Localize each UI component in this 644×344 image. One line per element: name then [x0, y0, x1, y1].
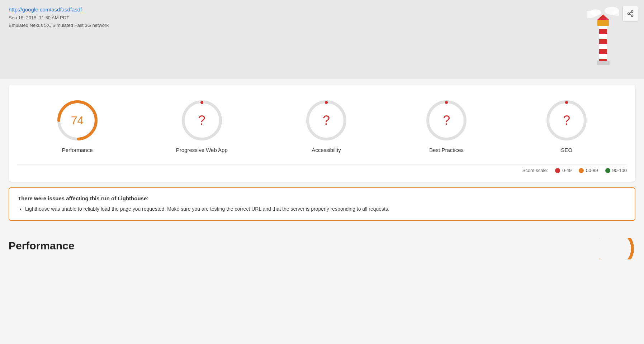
- svg-rect-11: [599, 39, 607, 44]
- score-scale-label: Score scale:: [522, 168, 548, 173]
- svg-rect-14: [597, 20, 609, 26]
- scale-item-green: 90-100: [605, 168, 627, 173]
- performance-section: Performance 74: [0, 229, 644, 259]
- accessibility-score-value: ?: [323, 113, 330, 128]
- score-circle-pwa: ?: [180, 99, 223, 142]
- score-circle-seo: ?: [545, 99, 588, 142]
- pwa-label: Progressive Web App: [176, 147, 228, 153]
- score-circle-accessibility: ?: [305, 99, 348, 142]
- svg-point-25: [600, 238, 633, 259]
- scale-dot-orange: [579, 168, 584, 173]
- header-bar: http://google.com/asdfasdfasdf Sep 18, 2…: [0, 0, 644, 79]
- svg-point-26: [600, 238, 633, 259]
- warning-box: There were issues affecting this run of …: [9, 187, 635, 221]
- svg-point-6: [590, 9, 601, 16]
- accessibility-label: Accessibility: [312, 147, 341, 153]
- performance-score-value: 74: [71, 114, 84, 127]
- score-item-seo: ? SEO: [545, 99, 588, 153]
- best-practices-score-value: ?: [443, 113, 450, 128]
- seo-score-value: ?: [563, 113, 570, 128]
- score-item-pwa: ? Progressive Web App: [176, 99, 228, 153]
- share-icon: [627, 10, 634, 17]
- warning-item: Lighthouse was unable to reliably load t…: [25, 205, 626, 213]
- score-item-performance: 74 Performance: [56, 99, 99, 153]
- accessibility-dot: [325, 101, 328, 104]
- pwa-score-value: ?: [198, 113, 205, 128]
- warning-list: Lighthouse was unable to reliably load t…: [18, 205, 626, 213]
- share-button[interactable]: [622, 6, 638, 22]
- scores-row: 74 Performance ? Progressive Web App: [17, 99, 627, 153]
- svg-rect-12: [599, 49, 607, 54]
- scale-dot-red: [555, 168, 560, 173]
- score-circle-best-practices: ?: [425, 99, 468, 142]
- score-circle-performance: 74: [56, 99, 99, 142]
- svg-point-0: [631, 11, 633, 13]
- svg-rect-18: [597, 61, 610, 65]
- best-practices-dot: [445, 101, 448, 104]
- seo-dot: [565, 101, 568, 104]
- svg-line-3: [629, 14, 631, 15]
- scale-dot-green: [605, 168, 610, 173]
- performance-label: Performance: [62, 147, 93, 153]
- lighthouse-icon: [587, 4, 619, 73]
- pwa-dot: [200, 101, 203, 104]
- performance-section-title: Performance: [9, 240, 74, 252]
- seo-label: SEO: [561, 147, 573, 153]
- scale-item-red: 0-49: [555, 168, 572, 173]
- scale-range-orange: 50-89: [586, 168, 598, 173]
- svg-marker-15: [597, 14, 609, 20]
- scale-range-red: 0-49: [562, 168, 572, 173]
- svg-point-1: [628, 13, 630, 15]
- svg-point-2: [631, 15, 633, 16]
- score-scale-row: Score scale: 0-49 50-89 90-100: [17, 164, 627, 173]
- scale-range-green: 90-100: [612, 168, 627, 173]
- best-practices-label: Best Practices: [429, 147, 464, 153]
- scores-card: 74 Performance ? Progressive Web App: [9, 85, 635, 182]
- score-item-accessibility: ? Accessibility: [305, 99, 348, 153]
- score-item-best-practices: ? Best Practices: [425, 99, 468, 153]
- warning-title: There were issues affecting this run of …: [18, 195, 626, 201]
- scale-item-orange: 50-89: [579, 168, 598, 173]
- header-date: Sep 18, 2018, 11:50 AM PDT Emulated Nexu…: [9, 14, 635, 29]
- header-url[interactable]: http://google.com/asdfasdfasdf: [9, 6, 82, 13]
- svg-rect-13: [599, 59, 607, 61]
- svg-line-4: [629, 12, 631, 13]
- svg-rect-10: [599, 29, 607, 34]
